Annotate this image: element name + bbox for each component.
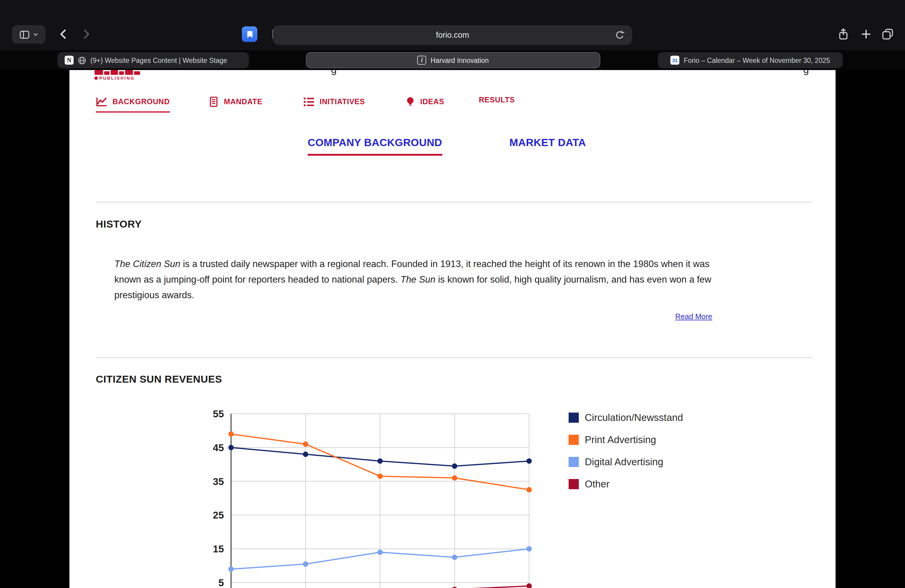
line-chart-icon: [96, 96, 108, 108]
url-text: forio.com: [436, 30, 469, 40]
legend-label: Digital Advertising: [585, 456, 663, 467]
bookmark-icon: [245, 29, 255, 39]
reload-icon: [614, 29, 626, 41]
nav-label: BACKGROUND: [113, 98, 170, 106]
history-heading: HISTORY: [96, 219, 141, 230]
calendar-31-icon: 31: [670, 56, 680, 65]
document-icon: [208, 96, 219, 108]
chevron-down-icon: [32, 31, 39, 38]
svg-text:35: 35: [213, 476, 224, 487]
legend-swatch: [568, 412, 579, 423]
legend-item: Other: [568, 478, 683, 490]
paragraph-text: The Citizen Sun: [114, 259, 181, 269]
tab-overview-button[interactable]: [881, 27, 894, 41]
subtab-market-data[interactable]: MARKET DATA: [510, 137, 586, 149]
divider: [96, 202, 812, 202]
legend-label: Circulation/Newsstand: [585, 412, 683, 423]
publisher-label: PUBLISHING: [99, 76, 135, 80]
cut-heading-letter: g: [803, 70, 809, 76]
chevron-right-icon: [80, 27, 92, 41]
address-bar[interactable]: forio.com: [273, 25, 632, 45]
svg-text:15: 15: [213, 544, 224, 555]
reload-button[interactable]: [614, 29, 626, 41]
tab-label: Forio – Calendar – Week of November 30, …: [684, 57, 830, 64]
browser-tab-harvard-innovation[interactable]: / Harvard Innovation: [306, 52, 600, 68]
legend-swatch: [568, 456, 579, 467]
subtab-label: COMPANY BACKGROUND: [308, 137, 442, 148]
nav-item-mandate[interactable]: MANDATE: [208, 96, 262, 111]
extension-button[interactable]: [242, 26, 257, 42]
chevron-left-icon: [57, 27, 70, 41]
logo-diamond-icon: [94, 76, 98, 80]
svg-text:55: 55: [213, 408, 224, 420]
legend-item: Circulation/Newsstand: [568, 412, 683, 423]
revenues-heading: CITIZEN SUN REVENUES: [96, 373, 222, 386]
notion-icon: N: [65, 56, 74, 65]
legend-item: Digital Advertising: [568, 456, 683, 468]
nav-item-background[interactable]: BACKGROUND: [96, 96, 170, 113]
revenue-chart-svg: 55453525155: [177, 396, 554, 588]
new-tab-button[interactable]: [859, 27, 873, 41]
chart-legend: Circulation/Newsstand Print Advertising …: [568, 412, 683, 490]
sidebar-icon: [19, 29, 30, 40]
screen: forio.com: [0, 0, 905, 588]
browser-tab-calendar[interactable]: 31 Forio – Calendar – Week of November 3…: [658, 52, 843, 68]
paragraph-text: The Sun: [400, 274, 435, 284]
publisher-logo: PUBLISHING: [95, 70, 140, 80]
tab-label: Harvard Innovation: [431, 57, 489, 64]
browser-tab-bar: N (9+) Website Pages Content | Website S…: [0, 50, 905, 70]
cut-heading-letter: g: [331, 70, 337, 76]
forward-button[interactable]: [80, 27, 94, 42]
legend-swatch: [568, 434, 579, 445]
sidebar-toggle-button[interactable]: [12, 25, 46, 44]
history-paragraph: The Citizen Sun is a trusted daily newsp…: [114, 256, 713, 303]
legend-label: Other: [585, 478, 610, 489]
browser-toolbar: forio.com: [0, 0, 905, 50]
legend-item: Print Advertising: [568, 434, 683, 445]
logo-cut-marks: [95, 70, 140, 75]
nav-label: IDEAS: [420, 98, 444, 106]
tab-overview-icon: [881, 27, 894, 41]
lightbulb-icon: [405, 96, 415, 108]
legend-label: Print Advertising: [585, 434, 656, 445]
browser-tab-notion[interactable]: N (9+) Website Pages Content | Website S…: [57, 52, 249, 68]
plus-icon: [859, 27, 873, 41]
svg-text:25: 25: [213, 510, 224, 521]
nav-item-initiatives[interactable]: INITIATIVES: [303, 96, 365, 111]
subtab-company-background[interactable]: COMPANY BACKGROUND: [308, 137, 442, 156]
nav-label: MANDATE: [224, 98, 262, 106]
read-more-link[interactable]: Read More: [675, 313, 712, 321]
divider: [96, 358, 812, 358]
nav-label: RESULTS: [479, 96, 515, 104]
webpage: PUBLISHING g g BACKGROUND MANDATE: [70, 70, 835, 588]
share-button[interactable]: [837, 27, 850, 41]
globe-icon: [78, 56, 86, 64]
back-button[interactable]: [57, 27, 71, 42]
revenue-chart: 55453525155: [177, 396, 554, 588]
forio-slash-icon: /: [418, 56, 427, 65]
tab-label: (9+) Website Pages Content | Website Sta…: [90, 57, 227, 64]
subtab-label: MARKET DATA: [510, 137, 586, 148]
svg-text:45: 45: [213, 442, 224, 453]
nav-item-results[interactable]: RESULTS: [479, 96, 515, 108]
legend-swatch: [568, 479, 579, 489]
nav-label: INITIATIVES: [320, 98, 365, 106]
svg-text:5: 5: [219, 577, 224, 588]
share-icon: [837, 27, 850, 41]
list-icon: [303, 96, 315, 108]
nav-item-ideas[interactable]: IDEAS: [405, 96, 444, 111]
